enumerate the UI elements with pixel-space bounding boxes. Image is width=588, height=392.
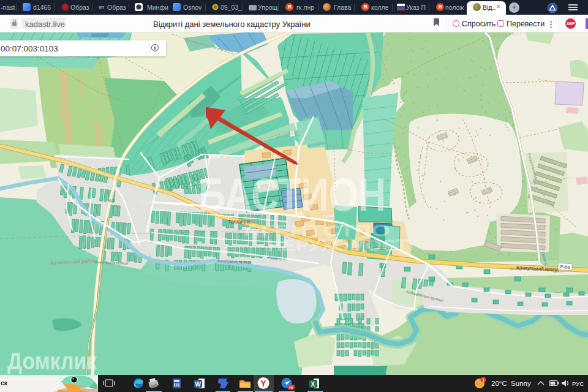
- svg-text:БАСТИОН: БАСТИОН: [198, 168, 386, 221]
- svg-text:1: 1: [482, 378, 484, 382]
- svg-text:РУС: РУС: [572, 380, 584, 387]
- svg-text:X: X: [311, 381, 315, 388]
- svg-text:Y: Y: [260, 379, 266, 388]
- svg-text:20°C Sunny: 20°C Sunny: [491, 380, 531, 387]
- svg-text:48: 48: [289, 386, 293, 390]
- svg-text:НЕРУХОМОСТІ: НЕРУХОМОСТІ: [268, 236, 413, 255]
- svg-text:ск: ск: [1, 379, 8, 386]
- svg-text:Р-66: Р-66: [560, 264, 570, 270]
- svg-text:W: W: [195, 381, 202, 388]
- svg-text:Н-2: Н-2: [108, 198, 115, 203]
- svg-text:Домклик: Домклик: [7, 349, 97, 374]
